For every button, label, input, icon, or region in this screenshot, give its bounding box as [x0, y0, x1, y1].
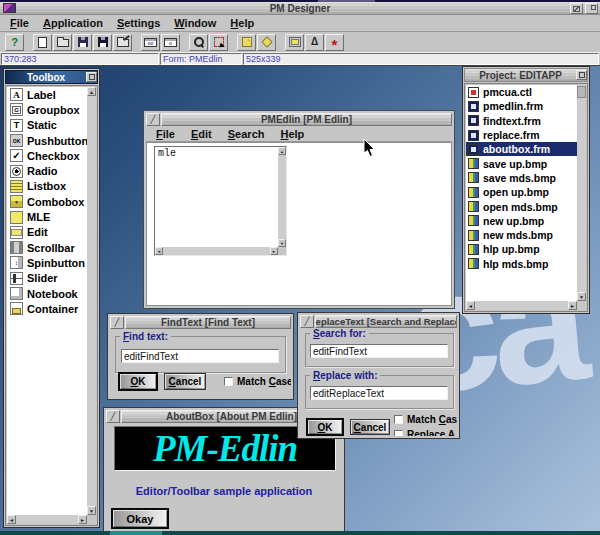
scroll-down-icon[interactable]: ▼ — [278, 239, 286, 247]
toolbox-item-listbox[interactable]: Listbox — [7, 179, 87, 194]
taskbar-strip-segment[interactable] — [110, 531, 162, 535]
project-item[interactable]: open up.bmp — [466, 185, 577, 199]
project-item[interactable]: new mds.bmp — [466, 228, 577, 242]
project-item[interactable]: pmcua.ctl — [466, 85, 577, 99]
hide-window-button[interactable] — [570, 3, 583, 14]
project-item[interactable]: save up.bmp — [466, 156, 577, 170]
project-item[interactable]: pmedlin.frm — [466, 99, 577, 113]
mle-vertical-scrollbar[interactable]: ▲ ▼ — [278, 147, 286, 247]
toolbox-item-label[interactable]: ALabel — [7, 87, 87, 102]
menu-file[interactable]: File — [3, 15, 36, 31]
project-item[interactable]: open mds.bmp — [466, 199, 577, 213]
project-item[interactable]: save mds.bmp — [466, 171, 577, 185]
pmedlin-sysmenu-button[interactable]: ╱ — [146, 113, 160, 126]
palette-button[interactable] — [285, 34, 304, 51]
open-button[interactable] — [53, 34, 72, 51]
replace-with-input[interactable] — [310, 386, 448, 400]
toolbox-item-groupbox[interactable]: Groupbox — [7, 102, 87, 117]
toolbox-item-mle[interactable]: MLE — [7, 209, 87, 224]
form-edit-button[interactable] — [113, 34, 132, 51]
scroll-up-icon[interactable]: ▲ — [278, 147, 286, 155]
toolbox-item-spinbutton[interactable]: ↕Spinbutton — [7, 255, 87, 270]
pm-designer-app-icon[interactable] — [3, 3, 16, 13]
pm-designer-titlebar[interactable]: PM Designer — [0, 2, 600, 15]
search-for-input[interactable] — [310, 344, 448, 358]
taskbar-strip[interactable] — [0, 531, 600, 535]
scrollbar-thumb[interactable] — [577, 86, 586, 98]
scroll-right-icon[interactable]: ► — [568, 301, 577, 310]
dialog-window-button[interactable]: oo — [141, 34, 160, 51]
project-vertical-scrollbar[interactable]: ▼ — [577, 85, 586, 301]
scroll-left-icon[interactable]: ◄ — [155, 247, 163, 255]
mle-horizontal-scrollbar[interactable]: ◄ ► — [155, 247, 278, 255]
findtext-sysmenu-button[interactable]: ╱ — [110, 316, 124, 329]
toolbox-item-pushbutton[interactable]: OKPushbutton — [7, 133, 87, 148]
pmedlin-menu-edit[interactable]: Edit — [183, 128, 220, 140]
project-item[interactable]: findtext.frm — [466, 114, 577, 128]
toolbox-titlebar[interactable]: Toolbox — [5, 70, 98, 84]
note-cube-button[interactable] — [237, 34, 256, 51]
save-button[interactable] — [73, 34, 92, 51]
toolbox-item-edit[interactable]: Edit — [7, 225, 87, 240]
scroll-down-icon[interactable]: ▼ — [577, 292, 586, 301]
menu-application[interactable]: Application — [36, 15, 110, 31]
toolbox-item-scrollbar[interactable]: Scrollbar — [7, 240, 87, 255]
menu-window[interactable]: Window — [167, 15, 223, 31]
project-item[interactable]: replace.frm — [466, 128, 577, 142]
replace-cancel-button[interactable]: Cancel — [350, 419, 390, 435]
toolbox-item-slider[interactable]: Slider — [7, 271, 87, 286]
find-ok-button[interactable]: OK — [118, 372, 158, 391]
pmedlin-menu-file[interactable]: File — [148, 128, 183, 140]
checkbox-icon[interactable] — [224, 377, 233, 386]
record-button[interactable]: * — [325, 34, 344, 51]
replace-match-case-checkbox[interactable]: Match Case — [394, 414, 457, 425]
scroll-right-icon[interactable]: ► — [270, 247, 278, 255]
find-cancel-button[interactable]: Cancel — [164, 373, 206, 390]
checkbox-icon[interactable] — [394, 430, 403, 436]
toolbox-item-notebook[interactable]: Notebook — [7, 286, 87, 301]
pmedlin-titlebar[interactable]: PMEdlin [PM Edlin] — [161, 113, 452, 126]
find-text-input[interactable] — [121, 349, 279, 363]
project-titlebar[interactable]: Project: EDITAPP — [464, 68, 588, 82]
window-button[interactable]: o — [161, 34, 180, 51]
okay-button[interactable]: Okay — [111, 508, 169, 529]
replacetext-titlebar[interactable]: ReplaceText [Search and Replace] — [315, 315, 457, 328]
maximize-window-button[interactable] — [585, 3, 598, 14]
pmedlin-menu-help[interactable]: Help — [272, 128, 312, 140]
toolbox-item-radio[interactable]: Radio — [7, 163, 87, 178]
scroll-right-icon[interactable]: ► — [78, 515, 87, 524]
mle-control[interactable]: mle ▲ ▼ ◄ ► — [154, 146, 287, 256]
pmedlin-menu-search[interactable]: Search — [220, 128, 273, 140]
toolbox-restore-button[interactable] — [86, 72, 97, 82]
toolbox-item-checkbox[interactable]: ✓Checkbox — [7, 148, 87, 163]
find-match-case-checkbox[interactable]: Match Case — [224, 376, 291, 387]
project-horizontal-scrollbar[interactable]: ◄ ► — [466, 301, 577, 310]
help-button[interactable]: ? — [5, 34, 24, 51]
scroll-up-icon[interactable]: ▲ — [87, 87, 96, 96]
font-button[interactable]: Δ — [305, 34, 324, 51]
save-as-button[interactable] — [93, 34, 112, 51]
scroll-left-icon[interactable]: ◄ — [466, 301, 475, 310]
toolbox-horizontal-scrollbar[interactable]: ◄ ► — [7, 515, 87, 524]
replacetext-sysmenu-button[interactable]: ╱ — [300, 315, 314, 328]
select-region-button[interactable] — [209, 34, 228, 51]
scroll-left-icon[interactable]: ◄ — [7, 515, 16, 524]
replace-all-checkbox[interactable]: Replace A — [394, 429, 455, 436]
toolbox-item-static[interactable]: TStatic — [7, 118, 87, 133]
scroll-down-icon[interactable]: ▼ — [87, 506, 96, 515]
toolbox-item-container[interactable]: Container — [7, 301, 87, 316]
project-item[interactable]: hlp up.bmp — [466, 242, 577, 256]
aboutbox-sysmenu-button[interactable]: ╱ — [106, 410, 120, 423]
toolbox-item-combobox[interactable]: Combobox — [7, 194, 87, 209]
project-item[interactable]: hlp mds.bmp — [466, 257, 577, 271]
note-diamond-button[interactable] — [257, 34, 276, 51]
project-item[interactable]: new up.bmp — [466, 214, 577, 228]
checkbox-icon[interactable] — [394, 415, 403, 424]
findtext-titlebar[interactable]: FindText [Find Text] — [125, 316, 291, 329]
project-restore-button[interactable] — [576, 70, 587, 80]
menu-settings[interactable]: Settings — [110, 15, 167, 31]
zoom-button[interactable] — [189, 34, 208, 51]
replace-ok-button[interactable]: OK — [306, 418, 344, 436]
menu-help[interactable]: Help — [223, 15, 261, 31]
new-button[interactable] — [33, 34, 52, 51]
